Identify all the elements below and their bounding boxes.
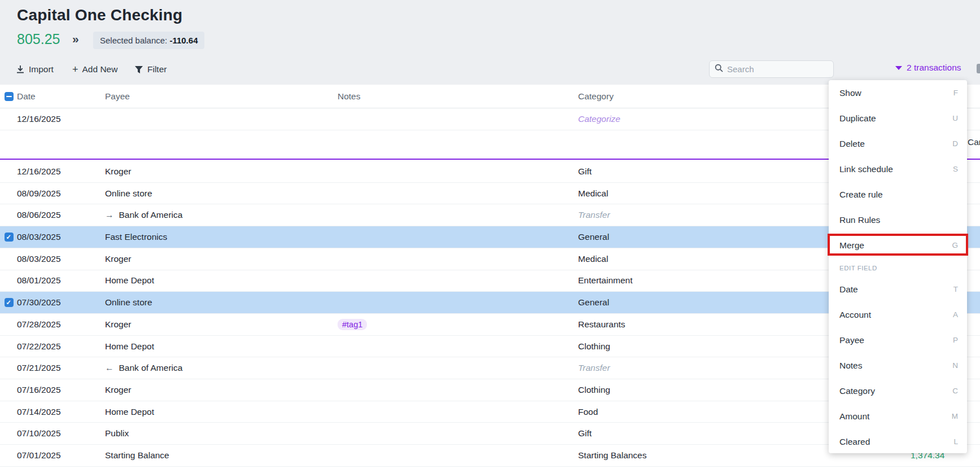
add-new-button[interactable]: + Add New: [72, 62, 117, 77]
menu-item[interactable]: Show F: [829, 80, 967, 106]
column-header-notes[interactable]: Notes: [338, 85, 361, 108]
transaction-date[interactable]: 07/01/2025: [17, 445, 61, 466]
transaction-category[interactable]: Gift: [578, 423, 592, 445]
column-header-date[interactable]: Date: [17, 85, 36, 108]
transaction-category[interactable]: Clothing: [578, 336, 610, 357]
import-icon: [16, 65, 25, 74]
transaction-payee[interactable]: Kroger: [105, 379, 132, 401]
transaction-date[interactable]: 08/06/2025: [17, 204, 61, 226]
transaction-payee[interactable]: Home Depot: [105, 336, 154, 357]
shortcut-hint: S: [953, 165, 958, 173]
menu-item[interactable]: Delete D: [829, 131, 967, 156]
transaction-category[interactable]: Entertainment: [578, 270, 633, 292]
transaction-category[interactable]: Restaurants: [578, 314, 625, 335]
transaction-payee[interactable]: Fast Electronics: [105, 226, 167, 248]
menu-item-label: Show: [839, 88, 861, 98]
menu-item[interactable]: Create rule: [829, 182, 967, 207]
transaction-payee[interactable]: Starting Balance: [105, 445, 169, 466]
menu-item-label: Run Rules: [839, 215, 880, 225]
transaction-payee[interactable]: Online store: [105, 292, 152, 313]
shortcut-hint: D: [952, 139, 958, 148]
shortcut-hint: M: [952, 412, 958, 420]
selected-balance-label: Selected balance:: [100, 36, 169, 45]
menu-item[interactable]: Account A: [829, 302, 967, 327]
transaction-date[interactable]: 07/21/2025: [17, 357, 61, 379]
column-header-payee[interactable]: Payee: [105, 85, 130, 108]
transaction-date[interactable]: 12/16/2025: [17, 161, 61, 182]
transactions-count-menu-button[interactable]: 2 transactions: [895, 63, 961, 73]
shortcut-hint: N: [952, 361, 958, 370]
transaction-payee[interactable]: Home Depot: [105, 401, 154, 423]
transaction-payee[interactable]: Kroger: [105, 248, 132, 270]
transaction-payee[interactable]: Kroger: [105, 314, 132, 335]
menu-item[interactable]: Payee P: [829, 327, 967, 353]
search-icon: [715, 64, 723, 74]
select-all-checkbox[interactable]: [5, 92, 14, 101]
transaction-date[interactable]: 08/09/2025: [17, 183, 61, 204]
transaction-date[interactable]: 07/16/2025: [17, 379, 61, 401]
search-box[interactable]: [709, 60, 834, 78]
transaction-category[interactable]: Medical: [578, 248, 608, 270]
search-input[interactable]: [727, 64, 823, 74]
menu-item[interactable]: Notes N: [829, 353, 967, 378]
row-checkbox[interactable]: [5, 233, 14, 242]
import-button[interactable]: Import: [16, 62, 54, 77]
menu-item[interactable]: Run Rules: [829, 207, 967, 233]
shortcut-hint: F: [953, 89, 958, 97]
transaction-payee[interactable]: Home Depot: [105, 270, 154, 292]
add-new-label: Add New: [82, 64, 118, 74]
transaction-payee[interactable]: Online store: [105, 183, 152, 204]
transaction-context-menu: Show F Duplicate U Delete D Link schedul…: [829, 80, 967, 453]
transaction-category[interactable]: Starting Balances: [578, 445, 647, 466]
transaction-category[interactable]: Food: [578, 401, 598, 423]
transaction-date[interactable]: 07/10/2025: [17, 423, 61, 445]
expand-balances-chevron[interactable]: »: [72, 32, 79, 46]
transaction-payee[interactable]: ←Bank of America: [105, 357, 182, 379]
transaction-category[interactable]: General: [578, 226, 609, 248]
page-title: Capital One Checking: [17, 6, 182, 24]
account-header: Capital One Checking 805.25 » Selected b…: [0, 0, 980, 85]
transaction-category[interactable]: Transfer: [578, 357, 610, 379]
menu-item[interactable]: Date T: [829, 277, 967, 302]
row-checkbox[interactable]: [5, 298, 14, 307]
transaction-date[interactable]: 07/28/2025: [17, 314, 61, 335]
filter-button[interactable]: Filter: [134, 62, 167, 77]
menu-item[interactable]: Amount M: [829, 404, 967, 429]
menu-item[interactable]: Link schedule S: [829, 156, 967, 182]
menu-item[interactable]: Cleared L: [829, 429, 967, 454]
transaction-payee[interactable]: Kroger: [105, 161, 132, 182]
menu-item-label: Date: [839, 284, 858, 295]
transaction-category[interactable]: Gift: [578, 161, 592, 182]
transaction-payee[interactable]: →Bank of America: [105, 204, 182, 226]
menu-edit-field-group: Date T Account A Payee P Notes N Categor…: [829, 277, 967, 454]
transaction-category[interactable]: Transfer: [578, 204, 610, 226]
chevron-down-icon: [895, 66, 902, 70]
menu-item-label: Payee: [839, 335, 864, 345]
transaction-notes[interactable]: #tag1: [338, 314, 367, 335]
filter-icon: [134, 65, 143, 74]
menu-item-label: Duplicate: [839, 113, 876, 124]
menu-item-merge[interactable]: Merge G: [829, 233, 967, 258]
menu-item[interactable]: Duplicate U: [829, 106, 967, 131]
transaction-date[interactable]: 08/03/2025: [17, 248, 61, 270]
transfer-arrow-icon: →: [105, 210, 114, 220]
menu-item-label: Cleared: [839, 437, 870, 447]
menu-item[interactable]: Category C: [829, 378, 967, 404]
transaction-date[interactable]: 08/03/2025: [17, 226, 61, 248]
menu-item-label: Merge: [839, 240, 864, 251]
transaction-date[interactable]: 07/14/2025: [17, 401, 61, 423]
cancel-button[interactable]: Cancel: [968, 137, 980, 147]
transaction-date[interactable]: 12/16/2025: [17, 108, 61, 130]
transaction-date[interactable]: 08/01/2025: [17, 270, 61, 292]
menu-section-label: EDIT FIELD: [829, 258, 967, 277]
transaction-category[interactable]: General: [578, 292, 609, 313]
transaction-payee[interactable]: Publix: [105, 423, 129, 445]
transaction-date[interactable]: 07/30/2025: [17, 292, 61, 313]
transaction-date[interactable]: 07/22/2025: [17, 336, 61, 357]
note-tag[interactable]: #tag1: [338, 319, 367, 330]
column-header-category[interactable]: Category: [578, 85, 614, 108]
transaction-category[interactable]: Medical: [578, 183, 608, 204]
transaction-category[interactable]: Clothing: [578, 379, 610, 401]
menu-actions-group: Show F Duplicate U Delete D Link schedul…: [829, 80, 967, 258]
categorize-link[interactable]: Categorize: [578, 108, 620, 130]
